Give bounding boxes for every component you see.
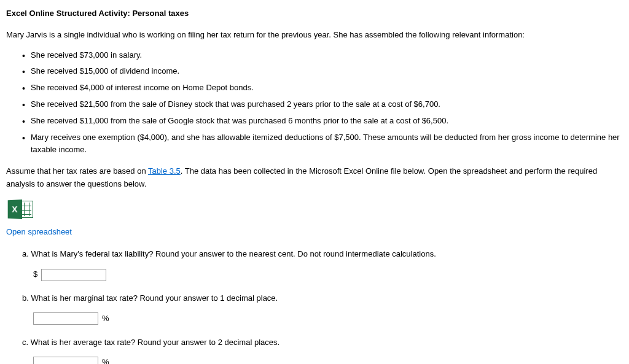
percent-suffix: % <box>102 312 109 325</box>
open-spreadsheet-link[interactable]: Open spreadsheet <box>6 226 72 239</box>
list-item: She received $73,000 in salary. <box>22 49 623 62</box>
list-item: She received $11,000 from the sale of Go… <box>22 115 623 128</box>
percent-suffix: % <box>102 356 109 364</box>
intro-text: Mary Jarvis is a single individual who i… <box>6 29 623 42</box>
excel-icon: X <box>6 199 33 219</box>
question-c: c. What is her average tax rate? Round y… <box>22 336 623 364</box>
bullet-list: She received $73,000 in salary. She rece… <box>6 49 623 157</box>
answer-c-input[interactable] <box>33 357 98 364</box>
question-a-text: a. What is Mary's federal tax liability?… <box>22 248 623 261</box>
answer-a-input[interactable] <box>41 269 106 281</box>
table-link[interactable]: Table 3.5 <box>148 166 181 176</box>
assume-part1: Assume that her tax rates are based on <box>6 166 148 176</box>
dollar-prefix: $ <box>33 268 37 281</box>
question-b-text: b. What is her marginal tax rate? Round … <box>22 292 623 305</box>
excel-icon-block[interactable]: X <box>6 199 623 223</box>
list-item: She received $21,500 from the sale of Di… <box>22 98 623 111</box>
assume-text: Assume that her tax rates are based on T… <box>6 165 623 191</box>
list-item: She received $4,000 of interest income o… <box>22 82 623 95</box>
list-item: Mary receives one exemption ($4,000), an… <box>22 131 623 157</box>
question-a: a. What is Mary's federal tax liability?… <box>22 248 623 281</box>
list-item: She received $15,000 of dividend income. <box>22 65 623 78</box>
page-title: Excel Online Structured Activity: Person… <box>6 7 623 20</box>
question-list: a. What is Mary's federal tax liability?… <box>6 248 623 364</box>
question-b: b. What is her marginal tax rate? Round … <box>22 292 623 325</box>
answer-b-input[interactable] <box>33 312 98 325</box>
excel-x-letter: X <box>8 199 22 219</box>
question-c-text: c. What is her average tax rate? Round y… <box>22 336 623 349</box>
